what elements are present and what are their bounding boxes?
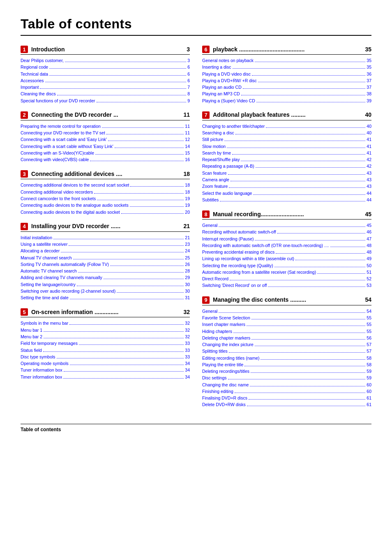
toc-entry-text: Field for temporary messages — [21, 340, 78, 347]
toc-entry[interactable]: Changing to another title/chapter40 — [202, 123, 371, 129]
toc-entry[interactable]: Lining up recordings within a title (ass… — [202, 255, 371, 262]
toc-entry[interactable]: Slow motion41 — [202, 143, 371, 150]
toc-dots — [45, 82, 187, 82]
toc-entry[interactable]: Playing a DVD video disc36 — [202, 71, 371, 77]
toc-entry-page: 43 — [367, 176, 371, 183]
toc-entry[interactable]: Connect camcorder to the front sockets19 — [21, 195, 190, 202]
toc-entry[interactable]: Initial installation21 — [21, 234, 190, 241]
toc-entry[interactable]: Playing a (Super) Video CD39 — [202, 97, 371, 104]
toc-entry[interactable]: Special functions of your DVD recorder9 — [21, 97, 190, 104]
toc-entry[interactable]: Preventing accidental erasing of discs48 — [202, 249, 371, 255]
toc-entry[interactable]: Setting the language/country30 — [21, 281, 190, 288]
toc-entry[interactable]: Automatic recording from a satellite rec… — [202, 269, 371, 275]
toc-entry[interactable]: Connecting additional devices to the sec… — [21, 182, 190, 188]
toc-entry[interactable]: Delete DVD+RW disks61 — [202, 401, 371, 408]
toc-entry[interactable]: Scan feature43 — [202, 170, 371, 176]
toc-entry-text: Using a satellite receiver — [21, 241, 67, 247]
toc-entry[interactable]: Connecting your DVD recorder to the TV s… — [21, 129, 190, 136]
toc-section: 9Managing the disc contents ..........54… — [202, 296, 371, 408]
toc-entry[interactable]: Menu bar 232 — [21, 333, 190, 340]
toc-entry[interactable]: Technical data6 — [21, 71, 190, 77]
toc-entry[interactable]: Repeating a passage (A-B)42 — [202, 163, 371, 169]
toc-entry[interactable]: Connecting with a scart cable without 'E… — [21, 143, 190, 150]
toc-entry[interactable]: Symbols in the menu bar32 — [21, 320, 190, 326]
toc-entry[interactable]: General notes on playback35 — [202, 57, 371, 64]
toc-entry[interactable]: Connecting with video(CVBS) cable16 — [21, 156, 190, 163]
toc-entry[interactable]: Regional code6 — [21, 64, 190, 70]
toc-entry[interactable]: Sorting TV channels automatically (Follo… — [21, 261, 190, 268]
toc-entry[interactable]: Changing the index picture57 — [202, 341, 371, 348]
toc-entry-text: Status field — [21, 347, 42, 354]
toc-entry-page: 11 — [185, 123, 190, 129]
toc-entry[interactable]: Setting the time and date31 — [21, 294, 190, 301]
toc-entry[interactable]: Interrupt recording (Pause)47 — [202, 236, 371, 242]
toc-dots — [57, 95, 186, 95]
toc-entry[interactable]: Direct Record52 — [202, 275, 371, 282]
toc-entry[interactable]: Playing an MP3 CD38 — [202, 90, 371, 97]
toc-entry[interactable]: Timer information box34 — [21, 374, 190, 380]
toc-entry[interactable]: Field for temporary messages33 — [21, 340, 190, 347]
toc-entry-text: Subtitles — [202, 196, 219, 203]
toc-entry[interactable]: Subtitles44 — [202, 196, 371, 203]
toc-entry-page: 9 — [187, 97, 190, 104]
toc-entry[interactable]: Tuner information box34 — [21, 367, 190, 373]
toc-entry[interactable]: Deleting chapter markers56 — [202, 335, 371, 341]
toc-entry[interactable]: Switching over audio recording (2-channe… — [21, 288, 190, 294]
toc-entry[interactable]: Selecting the recording type (Quality)50 — [202, 262, 371, 269]
toc-entry[interactable]: Recording without automatic switch-off46 — [202, 229, 371, 235]
toc-entry[interactable]: Finalising DVD+R discs61 — [202, 395, 371, 401]
section-title: Additonal playback features ......... — [213, 111, 362, 118]
toc-entry[interactable]: Switching 'Direct Record' on or off53 — [202, 282, 371, 289]
toc-entry[interactable]: Editing recording titles (name)58 — [202, 355, 371, 361]
toc-entry-page: 12 — [185, 136, 190, 143]
toc-entry[interactable]: Using a satellite receiver23 — [21, 241, 190, 247]
toc-entry[interactable]: Deleting recordings/titles59 — [202, 368, 371, 374]
section-number: 3 — [21, 170, 28, 178]
toc-entry[interactable]: Status field33 — [21, 347, 190, 354]
toc-entry[interactable]: Connecting with an S-Video(Y/C)cable15 — [21, 150, 190, 156]
toc-entry-page: 45 — [367, 222, 371, 229]
toc-entry-page: 48 — [367, 249, 371, 255]
toc-entry[interactable]: Manual TV channel search25 — [21, 254, 190, 261]
toc-entry[interactable]: Select the audio language44 — [202, 190, 371, 196]
toc-entry[interactable]: Accessories6 — [21, 77, 190, 84]
toc-entry[interactable]: Zoom feature43 — [202, 183, 371, 189]
toc-entry[interactable]: Menu bar 132 — [21, 327, 190, 333]
toc-entry[interactable]: Finishing editing60 — [202, 388, 371, 395]
toc-entry[interactable]: Operating mode symbols34 — [21, 360, 190, 367]
toc-entry[interactable]: Connecting audio devices to the digital … — [21, 209, 190, 215]
toc-entry[interactable]: Dear Philips customer,3 — [21, 57, 190, 64]
toc-entry[interactable]: General45 — [202, 222, 371, 229]
toc-dots — [247, 326, 365, 326]
toc-entry[interactable]: Playing the entire title58 — [202, 361, 371, 368]
toc-entry[interactable]: Camera angle43 — [202, 176, 371, 183]
toc-entry-page: 11 — [185, 129, 190, 136]
toc-entry[interactable]: Repeat/Shuffle play42 — [202, 156, 371, 163]
toc-entry[interactable]: Important7 — [21, 84, 190, 90]
toc-entry-page: 19 — [185, 202, 190, 208]
toc-entry[interactable]: Changing the disc name60 — [202, 381, 371, 388]
toc-entry[interactable]: Adding and clearing TV channels manually… — [21, 274, 190, 281]
toc-entry[interactable]: Still picture41 — [202, 136, 371, 143]
toc-entry[interactable]: Hiding chapters55 — [202, 328, 371, 335]
toc-entry[interactable]: Disc settings59 — [202, 374, 371, 381]
toc-entry[interactable]: Splitting titles57 — [202, 348, 371, 354]
toc-entry-page: 30 — [185, 281, 190, 288]
toc-entry[interactable]: Inserting a disc35 — [202, 64, 371, 70]
toc-entry[interactable]: Recording with automatic switch-off (OTR… — [202, 242, 371, 249]
toc-entry[interactable]: Automatic TV channel search28 — [21, 268, 190, 274]
toc-entry[interactable]: Disc type symbols33 — [21, 354, 190, 360]
toc-entry[interactable]: Playing a DVD+RW/ +R disc37 — [202, 77, 371, 84]
toc-entry[interactable]: General54 — [202, 308, 371, 314]
toc-entry[interactable]: Allocating a decoder24 — [21, 247, 190, 254]
toc-entry[interactable]: Cleaning the discs8 — [21, 90, 190, 97]
toc-entry[interactable]: Searching a disc40 — [202, 129, 371, 136]
toc-entry[interactable]: Connecting audio devices to the analogue… — [21, 202, 190, 208]
toc-entry[interactable]: Connecting with a scart cable and 'Easy … — [21, 136, 190, 143]
toc-entry[interactable]: Connecting additional video recorders18 — [21, 189, 190, 195]
toc-entry[interactable]: Favorite Scene Selection55 — [202, 314, 371, 321]
toc-entry[interactable]: Search by time41 — [202, 150, 371, 156]
toc-entry[interactable]: Insert chapter markers55 — [202, 321, 371, 328]
toc-entry[interactable]: Playing an audio CD37 — [202, 84, 371, 90]
toc-entry[interactable]: Preparing the remote control for operati… — [21, 123, 190, 129]
